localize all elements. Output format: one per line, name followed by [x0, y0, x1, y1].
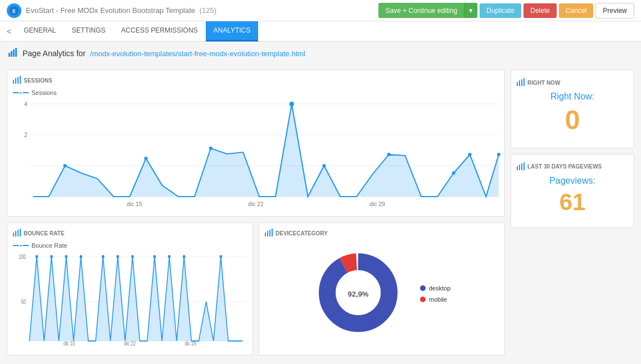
- svg-rect-3: [11, 51, 12, 57]
- mobile-legend-label: mobile: [429, 296, 447, 303]
- svg-text:dic 29: dic 29: [369, 201, 385, 207]
- right-now-card: RIGHT NOW Right Now: 0: [511, 70, 634, 148]
- bounce-legend-label: Bounce Rate: [31, 242, 67, 249]
- sessions-chart-area: 4 2 dic 15 dic 22 dic 29: [13, 98, 499, 211]
- svg-rect-4: [13, 49, 15, 57]
- sessions-legend: Sessions: [13, 89, 499, 96]
- tab-general[interactable]: GENERAL: [16, 21, 64, 42]
- svg-text:2: 2: [24, 132, 28, 138]
- device-legend: desktop mobile: [420, 285, 451, 303]
- device-card-inner: 92,9% desktop mobile: [265, 242, 499, 339]
- svg-rect-6: [13, 80, 14, 84]
- svg-point-20: [63, 164, 66, 167]
- svg-rect-64: [523, 78, 525, 86]
- svg-rect-2: [8, 53, 10, 57]
- svg-text:50: 50: [21, 299, 26, 305]
- svg-rect-7: [15, 78, 16, 84]
- svg-point-48: [131, 255, 134, 258]
- svg-rect-5: [15, 48, 17, 57]
- sessions-chart-icon: [13, 76, 21, 85]
- bounce-card-title: BOUNCE RATE: [13, 229, 247, 238]
- svg-rect-56: [272, 229, 273, 236]
- svg-rect-31: [17, 230, 19, 236]
- desktop-legend-item: desktop: [420, 285, 451, 292]
- svg-point-43: [50, 255, 53, 258]
- svg-point-22: [209, 147, 213, 150]
- right-now-value: 0: [517, 104, 628, 136]
- pageviews-value: 61: [517, 188, 628, 216]
- svg-point-27: [468, 153, 471, 156]
- svg-rect-53: [265, 233, 266, 236]
- duplicate-button[interactable]: Duplicate: [480, 3, 521, 18]
- svg-rect-62: [519, 80, 520, 86]
- save-button-group: Save + Continue editing ▾: [378, 3, 477, 18]
- nav-back-button[interactable]: <: [7, 27, 11, 36]
- svg-point-28: [497, 153, 500, 156]
- svg-rect-66: [519, 165, 520, 170]
- svg-rect-30: [15, 231, 16, 236]
- svg-text:dic 22: dic 22: [124, 340, 136, 347]
- right-now-icon: [517, 78, 525, 87]
- device-card: DEVICECATEGORY 92,9%: [259, 222, 505, 356]
- svg-point-50: [168, 255, 171, 258]
- svg-rect-68: [523, 162, 525, 170]
- app-title: EvoStart - Free MODx Evolution Bootstrap…: [26, 6, 216, 15]
- main-content: SESSIONS Sessions 4 2: [0, 65, 641, 360]
- svg-point-25: [387, 153, 390, 156]
- pageviews-icon: [517, 162, 525, 171]
- desktop-legend-label: desktop: [429, 285, 451, 292]
- right-column: RIGHT NOW Right Now: 0 LAST 30 DAYS PAGE…: [511, 70, 634, 356]
- bounce-legend: Bounce Rate: [13, 242, 247, 249]
- tab-settings[interactable]: SETTINGS: [64, 21, 114, 42]
- sessions-card-title: SESSIONS: [13, 76, 499, 85]
- delete-button[interactable]: Delete: [523, 3, 557, 18]
- toolbar: Save + Continue editing ▾ Duplicate Dele…: [378, 3, 634, 19]
- save-dropdown-button[interactable]: ▾: [464, 3, 477, 18]
- top-bar: E EvoStart - Free MODx Evolution Bootstr…: [0, 0, 641, 21]
- svg-rect-63: [521, 79, 522, 86]
- svg-text:100: 100: [19, 254, 26, 260]
- left-column: SESSIONS Sessions 4 2: [7, 70, 505, 356]
- svg-text:92,9%: 92,9%: [347, 290, 368, 298]
- svg-point-21: [144, 157, 147, 160]
- save-continue-button[interactable]: Save + Continue editing: [378, 3, 464, 18]
- svg-point-42: [35, 255, 38, 258]
- svg-rect-61: [517, 82, 518, 86]
- svg-point-44: [65, 255, 67, 258]
- svg-point-45: [80, 255, 83, 258]
- cancel-button[interactable]: Cancel: [559, 3, 593, 18]
- nav-bar: < GENERAL SETTINGS ACCESS PERMISSIONS AN…: [0, 21, 641, 42]
- svg-marker-19: [33, 104, 499, 197]
- svg-text:dic 15: dic 15: [127, 201, 142, 207]
- bounce-card: BOUNCE RATE Bounce Rate: [7, 222, 253, 356]
- sessions-card: SESSIONS Sessions 4 2: [7, 70, 505, 217]
- bounce-chart-icon: [13, 229, 21, 238]
- pageviews-card-title: LAST 30 DAYS PAGEVIEWS: [517, 162, 628, 171]
- analytics-icon: [8, 47, 18, 60]
- svg-rect-32: [20, 229, 21, 236]
- page-header: Page Analytics for /modx-evolution-templ…: [0, 42, 641, 65]
- page-analytics-link[interactable]: /modx-evolution-templates/start-free-mod…: [90, 49, 305, 58]
- app-info: E EvoStart - Free MODx Evolution Bootstr…: [7, 3, 216, 18]
- right-now-card-title: RIGHT NOW: [517, 78, 628, 87]
- svg-text:4: 4: [24, 101, 28, 107]
- svg-rect-54: [267, 231, 268, 236]
- tab-access[interactable]: ACCESS PERMISSIONS: [114, 21, 206, 42]
- svg-rect-9: [20, 76, 21, 84]
- svg-point-49: [154, 255, 156, 258]
- svg-point-51: [183, 255, 186, 258]
- page-analytics-title: Page Analytics for: [22, 49, 85, 58]
- svg-point-26: [452, 171, 455, 175]
- tab-analytics[interactable]: ANALYTICS: [206, 21, 259, 42]
- svg-text:dic 22: dic 22: [248, 201, 264, 207]
- mobile-color-dot: [420, 297, 426, 302]
- svg-rect-65: [517, 166, 518, 170]
- device-chart-icon: [265, 229, 273, 238]
- pageviews-label: Pageviews:: [517, 176, 628, 186]
- svg-text:dic 15: dic 15: [64, 340, 75, 347]
- app-logo: E: [7, 3, 21, 18]
- mobile-legend-item: mobile: [420, 296, 451, 303]
- device-card-title: DEVICECATEGORY: [265, 229, 499, 238]
- preview-button[interactable]: Preview: [595, 3, 634, 19]
- bounce-chart-area: 100 50 dic 15 dic 22 dic 29: [13, 251, 247, 349]
